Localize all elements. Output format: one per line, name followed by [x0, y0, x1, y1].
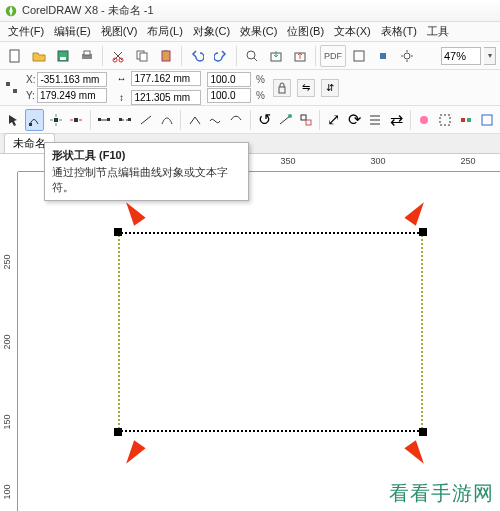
svg-rect-30	[306, 120, 311, 125]
search-button[interactable]	[241, 45, 263, 67]
zoom-dropdown-icon[interactable]: ▾	[484, 47, 496, 65]
ruler-tick-label: 200	[2, 334, 12, 349]
svg-rect-23	[74, 118, 78, 122]
width-input[interactable]	[131, 71, 201, 86]
zoom-input[interactable]	[441, 47, 481, 65]
ruler-tick-label: 250	[2, 254, 12, 269]
annotation-arrow-icon	[120, 198, 145, 226]
reflect-nodes-button[interactable]: ⇄	[387, 109, 406, 131]
menu-file[interactable]: 文件(F)	[4, 22, 48, 41]
y-label: Y:	[26, 90, 35, 101]
to-curve-button[interactable]	[157, 109, 176, 131]
menu-table[interactable]: 表格(T)	[377, 22, 421, 41]
smooth-node-button[interactable]	[206, 109, 225, 131]
tooltip-title: 形状工具 (F10)	[52, 148, 241, 163]
snap-toggle-button[interactable]	[372, 45, 394, 67]
stretch-nodes-button[interactable]: ⤢	[324, 109, 343, 131]
menu-text[interactable]: 文本(X)	[330, 22, 375, 41]
svg-rect-20	[279, 87, 285, 93]
standard-toolbar: PDF ▾	[0, 42, 500, 70]
menu-edit[interactable]: 编辑(E)	[50, 22, 95, 41]
mirror-v-button[interactable]: ⇵	[321, 79, 339, 97]
scale-y-input[interactable]	[207, 88, 251, 103]
canvas[interactable]	[18, 172, 500, 511]
menu-tools[interactable]: 工具	[423, 22, 453, 41]
to-line-button[interactable]	[136, 109, 155, 131]
ruler-tick-label: 150	[2, 414, 12, 429]
ruler-tick-label: 350	[280, 156, 295, 166]
cut-button[interactable]	[107, 45, 129, 67]
undo-button[interactable]	[186, 45, 208, 67]
separator	[319, 110, 320, 130]
height-input[interactable]	[131, 90, 201, 105]
ruler-tick-label: 300	[370, 156, 385, 166]
menu-bitmap[interactable]: 位图(B)	[283, 22, 328, 41]
extend-curve-button[interactable]	[276, 109, 295, 131]
node-handle[interactable]	[114, 228, 122, 236]
y-input[interactable]	[37, 88, 107, 103]
extract-subpath-button[interactable]	[296, 109, 315, 131]
tooltip-body: 通过控制节点编辑曲线对象或文本字符。	[52, 165, 241, 195]
menu-view[interactable]: 视图(V)	[97, 22, 142, 41]
print-button[interactable]	[76, 45, 98, 67]
reduce-nodes-button[interactable]	[456, 109, 475, 131]
rotate-nodes-button[interactable]: ⟳	[345, 109, 364, 131]
delete-node-button[interactable]	[67, 109, 86, 131]
symmetric-node-button[interactable]	[227, 109, 246, 131]
open-button[interactable]	[28, 45, 50, 67]
svg-rect-11	[164, 50, 168, 52]
new-button[interactable]	[4, 45, 26, 67]
scale-x-input[interactable]	[207, 72, 251, 87]
node-handle[interactable]	[419, 428, 427, 436]
break-node-button[interactable]	[116, 109, 135, 131]
stage: 250 200 150 100	[0, 172, 500, 511]
paste-button[interactable]	[155, 45, 177, 67]
align-nodes-button[interactable]	[366, 109, 385, 131]
mirror-h-button[interactable]: ⇋	[297, 79, 315, 97]
bounding-box-button[interactable]	[477, 109, 496, 131]
redo-button[interactable]	[210, 45, 232, 67]
svg-rect-32	[440, 115, 450, 125]
shape-tool-icon[interactable]	[25, 109, 44, 131]
ruler-tick-label: 250	[460, 156, 475, 166]
join-nodes-button[interactable]	[95, 109, 114, 131]
elastic-mode-button[interactable]	[415, 109, 434, 131]
menu-effects[interactable]: 效果(C)	[236, 22, 281, 41]
svg-point-31	[420, 116, 428, 124]
svg-rect-5	[84, 51, 90, 55]
node-handle[interactable]	[114, 428, 122, 436]
copy-button[interactable]	[131, 45, 153, 67]
svg-rect-21	[29, 123, 32, 126]
node-edit-toolbar: ↺ ⤢ ⟳ ⇄	[0, 106, 500, 134]
property-bar: X: Y: ↔ ↕ % % ⇋ ⇵	[0, 70, 500, 106]
percent-label: %	[253, 89, 267, 103]
svg-rect-35	[482, 115, 492, 125]
selected-shape[interactable]	[118, 232, 423, 432]
zoom-combo[interactable]: ▾	[441, 47, 496, 65]
pick-tool-icon[interactable]	[4, 109, 23, 131]
options-button[interactable]	[396, 45, 418, 67]
separator	[410, 110, 411, 130]
percent-label: %	[253, 73, 267, 87]
position-icon	[4, 79, 20, 97]
reverse-direction-button[interactable]: ↺	[255, 109, 274, 131]
import-button[interactable]	[265, 45, 287, 67]
svg-rect-26	[119, 118, 122, 121]
ruler-vertical[interactable]: 250 200 150 100	[0, 172, 18, 511]
node-handle[interactable]	[419, 228, 427, 236]
save-button[interactable]	[52, 45, 74, 67]
export-button[interactable]	[289, 45, 311, 67]
publish-pdf-button[interactable]: PDF	[320, 45, 346, 67]
menu-layout[interactable]: 布局(L)	[143, 22, 186, 41]
x-input[interactable]	[37, 72, 107, 87]
menu-object[interactable]: 对象(C)	[189, 22, 234, 41]
cusp-node-button[interactable]	[185, 109, 204, 131]
fullscreen-button[interactable]	[348, 45, 370, 67]
select-all-nodes-button[interactable]	[436, 109, 455, 131]
x-label: X:	[26, 74, 35, 85]
svg-rect-9	[140, 53, 147, 61]
lock-ratio-button[interactable]	[273, 79, 291, 97]
height-icon: ↕	[113, 88, 129, 106]
title-bar: CorelDRAW X8 - 未命名 -1	[0, 0, 500, 22]
add-node-button[interactable]	[46, 109, 65, 131]
